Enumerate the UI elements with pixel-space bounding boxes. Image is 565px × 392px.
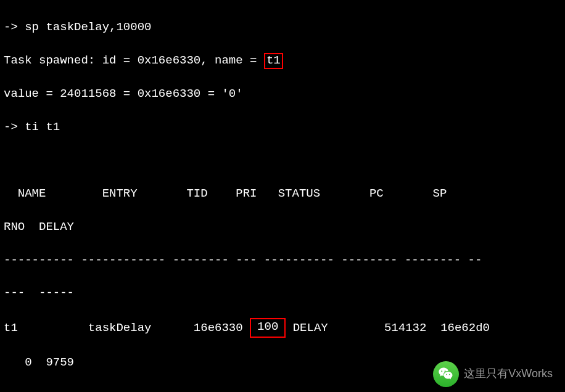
blank-line	[4, 388, 561, 392]
task-row: t1 taskDelay 16e6330 100 DELAY 514132 16…	[4, 318, 561, 338]
highlight-priority: 100	[250, 318, 286, 338]
watermark-text: 这里只有VxWorks	[464, 366, 553, 382]
value-line: value = 24011568 = 0x16e6330 = '0'	[4, 86, 561, 102]
table-header-1: NAME ENTRY TID PRI STATUS PC SP	[4, 186, 561, 202]
prompt-line-1[interactable]: -> sp taskDelay,10000	[4, 19, 561, 36]
prompt: ->	[4, 120, 18, 134]
highlight-task-name: t1	[264, 53, 283, 69]
terminal-window: -> sp taskDelay,10000 Task spawned: id =…	[0, 0, 565, 392]
task-pri: 100	[257, 320, 278, 333]
task-row-pre: t1 taskDelay 16e6330	[4, 321, 250, 335]
table-divider-2: --- -----	[4, 285, 561, 301]
prompt: ->	[4, 20, 18, 34]
watermark: 这里只有VxWorks	[433, 361, 553, 387]
wechat-icon	[433, 361, 459, 387]
chat-bubbles-icon	[437, 365, 455, 383]
blank-line	[4, 152, 561, 169]
table-header-2: RNO DELAY	[4, 219, 561, 235]
spawned-name: t1	[266, 54, 281, 67]
table-divider-1: ---------- ------------ -------- --- ---…	[4, 252, 561, 269]
prompt-line-2[interactable]: -> ti t1	[4, 119, 561, 136]
spawned-prefix: Task spawned: id = 0x16e6330, name =	[4, 54, 264, 67]
command-2: ti t1	[25, 120, 60, 134]
command-1: sp taskDelay,10000	[25, 20, 151, 34]
task-row-post: DELAY 514132 16e62d0	[286, 321, 490, 335]
spawned-line: Task spawned: id = 0x16e6330, name = t1	[4, 52, 561, 69]
